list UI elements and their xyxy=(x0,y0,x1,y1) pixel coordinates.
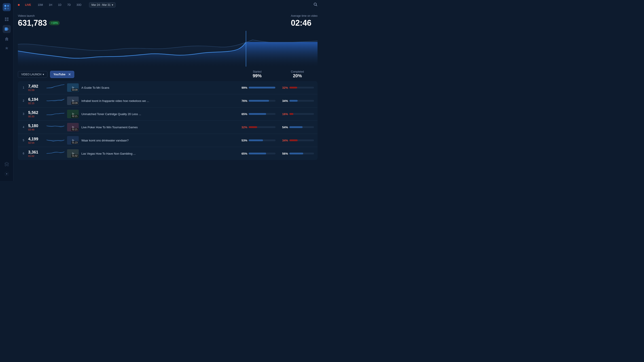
table-row[interactable]: 1 7,492 01:09 03:09 A Guide To Mri Scans… xyxy=(18,81,318,94)
completed-fill xyxy=(289,126,302,128)
thumb-duration: 03:09 xyxy=(71,88,78,91)
filter-1h[interactable]: 1H xyxy=(48,3,54,7)
row-number: 4 xyxy=(22,126,26,129)
date-range-picker[interactable]: Mar 24 - Mar 31 ▾ xyxy=(89,2,116,7)
table-section: VIDEO LAUNCH ▾ YouTube ✕ Started 99% Com… xyxy=(14,67,322,181)
date-range-text: Mar 24 - Mar 31 xyxy=(92,3,110,6)
mini-chart xyxy=(46,110,64,118)
mini-chart xyxy=(46,149,64,158)
svg-rect-2 xyxy=(4,7,6,9)
row-views: 6,194 xyxy=(28,97,44,102)
table-row[interactable]: 3 5,562 00:30 02:21 Unmatched Toner Cart… xyxy=(18,107,318,121)
sidebar-item-home[interactable] xyxy=(3,35,11,43)
videos-launch-label: Videos launch xyxy=(18,14,60,17)
row-duration: 02:54 xyxy=(28,141,44,144)
thumb-duration: 03:09 xyxy=(71,102,78,105)
youtube-tag-label: YouTube xyxy=(54,73,66,76)
row-number: 1 xyxy=(22,86,26,89)
row-number: 5 xyxy=(22,139,26,142)
row-stats: 5,180 03:48 xyxy=(28,124,44,131)
started-bar: 99% xyxy=(238,86,276,89)
completed-pct-label: 16% xyxy=(278,112,288,116)
completed-track xyxy=(289,100,314,102)
row-number: 2 xyxy=(22,99,26,102)
app-logo[interactable] xyxy=(3,3,11,11)
row-views: 4,199 xyxy=(28,137,44,141)
completed-pct: 20% xyxy=(277,73,318,78)
svg-rect-0 xyxy=(4,5,6,7)
started-track xyxy=(249,139,276,141)
completed-track xyxy=(289,113,314,115)
table-row[interactable]: 5 4,199 02:54 01:23 Waar komt ons drinkw… xyxy=(18,134,318,147)
completed-pct-label: 32% xyxy=(278,86,288,89)
row-views: 7,492 xyxy=(28,84,44,89)
video-table: 1 7,492 01:09 03:09 A Guide To Mri Scans… xyxy=(18,81,318,160)
filter-30d[interactable]: 30D xyxy=(75,3,83,7)
started-fill xyxy=(249,153,266,154)
row-duration: 03:48 xyxy=(28,128,44,131)
video-title: Infrabel toont in frappante video hoe ro… xyxy=(82,99,235,103)
mini-chart xyxy=(46,84,64,92)
completed-bar: 54% xyxy=(278,126,314,129)
started-pct-label: 65% xyxy=(238,152,247,155)
svg-rect-7 xyxy=(7,19,8,21)
completed-track xyxy=(289,87,314,88)
chevron-down-icon: ▾ xyxy=(112,3,113,6)
completed-label: Completed xyxy=(277,70,318,73)
completed-col-header: Completed 20% xyxy=(277,70,318,78)
started-track xyxy=(249,126,276,128)
table-row[interactable]: 4 5,180 03:48 02:21 Live Poker How To Wi… xyxy=(18,121,318,134)
svg-rect-8 xyxy=(5,27,8,31)
sidebar-item-extensions[interactable] xyxy=(3,45,11,53)
started-pct-label: 99% xyxy=(238,86,247,89)
table-row[interactable]: 6 3,361 01:02 01:02 Las Vegas How To Hav… xyxy=(18,147,318,160)
started-track xyxy=(249,153,276,154)
filter-1d[interactable]: 1D xyxy=(56,3,62,7)
video-thumbnail: 02:21 xyxy=(67,110,79,118)
svg-point-9 xyxy=(6,173,7,175)
started-fill xyxy=(249,113,266,115)
row-duration: 00:30 xyxy=(28,115,44,118)
completed-bar: 34% xyxy=(278,99,314,103)
video-thumbnail: 02:21 xyxy=(67,123,79,131)
main-content: LIVE 10M 1H 1D 7D 30D Mar 24 - Mar 31 ▾ xyxy=(14,0,322,181)
table-row[interactable]: 2 6,194 02:15 03:09 Infrabel toont in fr… xyxy=(18,94,318,107)
row-stats: 5,562 00:30 xyxy=(28,110,44,118)
sidebar-item-table[interactable] xyxy=(3,15,11,23)
started-pct-label: 53% xyxy=(238,139,247,142)
sidebar-item-education[interactable] xyxy=(3,160,11,168)
filter-10m[interactable]: 10M xyxy=(36,3,44,7)
close-icon[interactable]: ✕ xyxy=(68,73,71,76)
video-launch-filter[interactable]: VIDEO LAUNCH ▾ xyxy=(18,71,48,78)
started-pct-label: 32% xyxy=(238,126,247,129)
mini-chart xyxy=(46,97,64,105)
video-thumbnail: 01:02 xyxy=(67,149,79,158)
filter-label: VIDEO LAUNCH xyxy=(21,73,41,76)
avg-time-value: 02:46 xyxy=(291,18,318,28)
thumb-duration: 02:21 xyxy=(71,128,78,131)
row-views: 5,562 xyxy=(28,110,44,115)
search-icon[interactable] xyxy=(314,2,318,7)
svg-rect-3 xyxy=(7,7,9,9)
started-track xyxy=(249,113,276,115)
started-bar: 65% xyxy=(238,112,276,116)
filter-7d[interactable]: 7D xyxy=(66,3,72,7)
completed-pct-label: 34% xyxy=(278,99,288,103)
youtube-filter-tag[interactable]: YouTube ✕ xyxy=(50,71,74,78)
main-chart xyxy=(18,31,318,67)
sidebar-item-settings[interactable] xyxy=(3,170,11,178)
completed-track xyxy=(289,153,314,154)
videos-launch-value: 631,783 xyxy=(18,18,47,28)
row-stats: 7,492 01:09 xyxy=(28,84,44,91)
completed-pct-label: 34% xyxy=(278,139,288,142)
live-label: LIVE xyxy=(25,3,31,6)
started-bar: 32% xyxy=(238,126,276,129)
video-title: Live Poker How To Win Tournament Games xyxy=(82,126,235,129)
started-col-header: Started 99% xyxy=(237,70,277,78)
time-filters: 10M 1H 1D 7D 30D xyxy=(36,3,83,7)
mini-chart xyxy=(46,123,64,131)
sidebar xyxy=(0,0,14,181)
sidebar-item-video[interactable] xyxy=(3,25,11,33)
svg-line-11 xyxy=(316,5,317,6)
completed-fill xyxy=(289,87,297,88)
